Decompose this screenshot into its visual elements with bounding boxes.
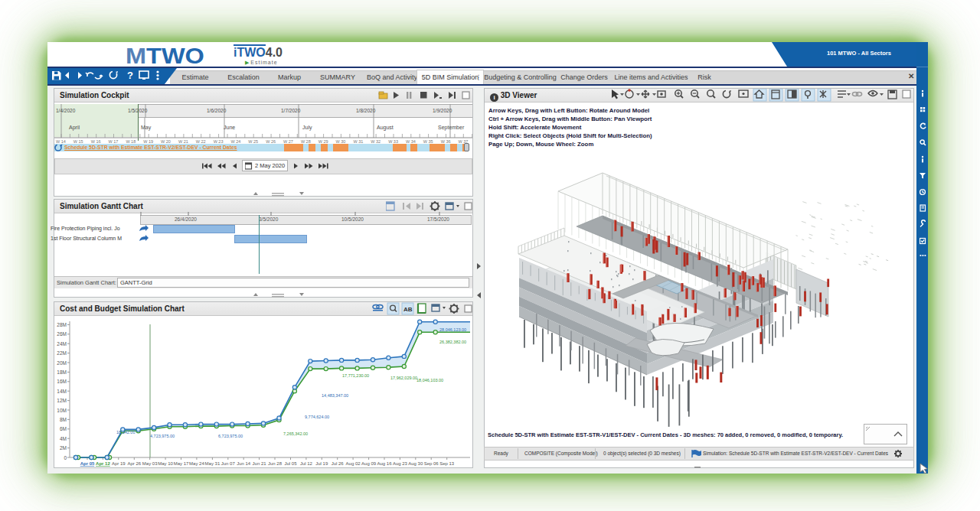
svg-text:Aug 23: Aug 23	[393, 461, 408, 466]
svg-text:18M: 18M	[57, 369, 67, 375]
svg-text:28M: 28M	[57, 322, 67, 327]
svg-text:May 03: May 03	[142, 461, 158, 466]
svg-text:May 10: May 10	[158, 461, 173, 466]
svg-text:12M: 12M	[57, 398, 67, 403]
svg-text:Jul 26: Jul 26	[332, 461, 345, 466]
svg-text:May 17: May 17	[174, 461, 189, 466]
svg-text:Jun 21: Jun 21	[253, 461, 267, 466]
svg-text:Apr 19: Apr 19	[112, 461, 126, 466]
svg-text:Apr 26: Apr 26	[127, 461, 141, 466]
svg-text:Jul 12: Jul 12	[300, 461, 313, 466]
svg-text:17,771,230.00: 17,771,230.00	[342, 373, 369, 378]
svg-text:Apr 05: Apr 05	[80, 461, 95, 466]
svg-text:26M: 26M	[57, 331, 67, 337]
svg-text:Apr 12: Apr 12	[96, 461, 110, 466]
svg-text:8M: 8M	[60, 417, 67, 422]
svg-text:4,723,975.00: 4,723,975.00	[150, 434, 175, 438]
svg-text:22M: 22M	[57, 350, 67, 356]
svg-text:May 31: May 31	[205, 461, 220, 466]
svg-text:17,962,029.00: 17,962,029.00	[390, 376, 417, 380]
svg-text:18,046,103.00: 18,046,103.00	[416, 378, 443, 382]
svg-text:Jun 28: Jun 28	[268, 461, 283, 466]
svg-text:?: ?	[127, 70, 133, 81]
svg-text:6,723,975.00: 6,723,975.00	[218, 434, 243, 438]
svg-text:9,774,624.00: 9,774,624.00	[305, 415, 329, 419]
svg-text:Jun 14: Jun 14	[237, 461, 251, 466]
svg-text:Aug 02: Aug 02	[346, 461, 361, 466]
svg-text:26,382,382.00: 26,382,382.00	[439, 340, 466, 344]
svg-text:28,046,123.00: 28,046,123.00	[439, 327, 466, 332]
svg-text:4M: 4M	[60, 436, 67, 441]
svg-text:Jul 05: Jul 05	[284, 461, 297, 466]
svg-text:Aug 09: Aug 09	[361, 461, 377, 466]
svg-text:AB: AB	[403, 306, 413, 313]
svg-text:Sep 06: Sep 06	[424, 461, 439, 466]
svg-text:2M: 2M	[60, 445, 67, 451]
svg-text:Aug 16: Aug 16	[377, 461, 392, 466]
svg-text:Aug 30: Aug 30	[408, 461, 423, 466]
svg-text:20M: 20M	[57, 360, 67, 366]
svg-text:May 24: May 24	[189, 461, 204, 466]
svg-text:0: 0	[64, 455, 67, 461]
svg-text:18,242.00: 18,242.00	[116, 430, 135, 435]
svg-text:6M: 6M	[60, 426, 67, 431]
svg-text:Jun 07: Jun 07	[221, 461, 236, 466]
svg-text:24M: 24M	[57, 341, 67, 347]
svg-text:Sep 13: Sep 13	[439, 461, 455, 466]
svg-text:14,483,347.00: 14,483,347.00	[322, 393, 348, 398]
svg-text:Jul 19: Jul 19	[315, 461, 328, 466]
svg-text:16M: 16M	[57, 379, 67, 384]
svg-text:14M: 14M	[57, 389, 67, 394]
svg-text:7,265,342.00: 7,265,342.00	[283, 431, 308, 436]
svg-text:10M: 10M	[57, 408, 67, 413]
